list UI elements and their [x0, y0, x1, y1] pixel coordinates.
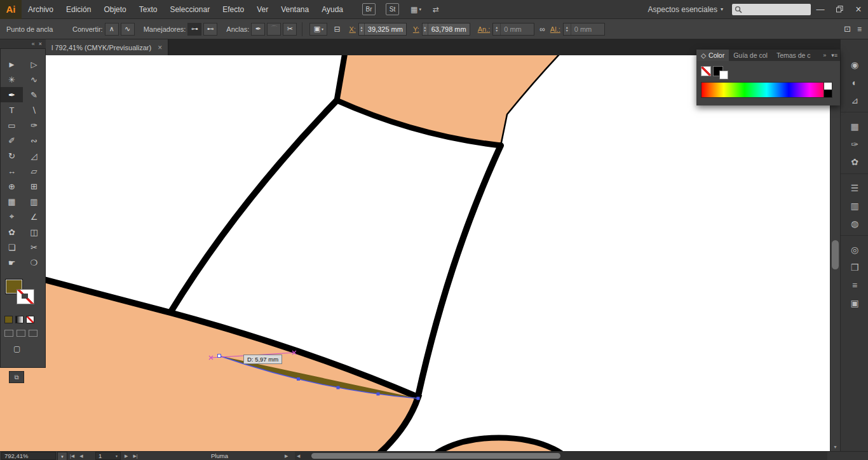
anchor-point[interactable]	[337, 386, 340, 389]
mesh-tool[interactable]: ▦	[1, 194, 23, 209]
lasso-tool[interactable]: ∿	[23, 72, 45, 87]
gradient-tool[interactable]: ▥	[23, 194, 45, 209]
none-swatch[interactable]	[701, 66, 711, 76]
document-tab[interactable]: l 792,41% (CMYK/Previsualizar) ×	[46, 39, 168, 55]
x-label[interactable]: X:	[349, 25, 355, 33]
connect-anchor-button[interactable]: ⌒	[267, 23, 281, 36]
type-tool[interactable]: T	[1, 102, 23, 118]
selection-tool[interactable]: ►	[1, 57, 23, 72]
menu-ver[interactable]: Ver	[250, 0, 275, 19]
draw-inside-button[interactable]	[29, 330, 37, 337]
eyedropper-tool[interactable]: ⌖	[1, 209, 23, 224]
transparency-panel-icon[interactable]: ◍	[841, 215, 868, 233]
cut-path-button[interactable]: ✂	[283, 23, 297, 36]
slice-tool[interactable]: ✂	[23, 240, 45, 255]
hand-tool[interactable]: ☛	[1, 255, 23, 270]
forearm-shape[interactable]	[0, 278, 418, 451]
hide-handles-button[interactable]: ⊷	[203, 23, 217, 36]
transform-panel-icon[interactable]: ⊡	[844, 24, 851, 34]
shaper-tool[interactable]: ∾	[23, 133, 45, 148]
color-spectrum-bar[interactable]	[701, 82, 832, 98]
anchor-point-end[interactable]	[417, 397, 420, 400]
last-artboard-icon[interactable]: ▶|	[133, 454, 137, 459]
bottom-shape[interactable]	[421, 438, 576, 451]
stepper-icon[interactable]: ▲▼	[423, 24, 428, 35]
workspace-switcher[interactable]: Aspectos esenciales ▾	[648, 5, 723, 14]
appearance-panel-icon[interactable]: ◎	[841, 241, 868, 259]
collapse-panel-icon[interactable]: «	[32, 41, 35, 47]
upper-arm-shape[interactable]	[337, 55, 568, 145]
stepper-icon[interactable]: ▲▼	[493, 24, 501, 35]
artboard-canvas[interactable]	[0, 55, 830, 451]
height-label[interactable]: Al.:	[550, 25, 560, 33]
stepper-icon[interactable]: ▲▼	[564, 24, 571, 35]
vertical-scroll-thumb[interactable]	[832, 240, 839, 269]
layers-panel-icon[interactable]: ≡	[841, 276, 868, 294]
zoom-dropdown-icon[interactable]: ▼	[57, 452, 67, 460]
horizontal-scroll-thumb[interactable]	[311, 453, 560, 459]
curvature-tool[interactable]: ✎	[23, 87, 45, 102]
menu-efecto[interactable]: Efecto	[216, 0, 250, 19]
horizontal-scrollbar[interactable]: ◀	[295, 452, 827, 460]
zoom-field[interactable]: 792,41%	[1, 452, 56, 460]
next-artboard-icon[interactable]: ▶	[125, 454, 128, 459]
panel-menu-icon[interactable]: ▾≡	[829, 52, 840, 58]
close-button[interactable]: ×	[849, 0, 868, 19]
menu-edicion[interactable]: Edición	[60, 0, 97, 19]
status-expand-icon[interactable]: ▶	[285, 452, 288, 460]
line-segment-tool[interactable]: ∖	[23, 102, 45, 118]
anchor-point-start[interactable]	[218, 355, 221, 358]
menu-objeto[interactable]: Objeto	[97, 0, 132, 19]
tab-color[interactable]: ◇ Color	[696, 50, 729, 61]
tab-color-themes[interactable]: Temas de c	[772, 50, 815, 61]
scale-tool[interactable]: ◿	[23, 148, 45, 163]
graphic-styles-panel-icon[interactable]: ❒	[841, 259, 868, 276]
sync-icon[interactable]: ⇄	[433, 5, 439, 14]
y-field[interactable]: ▲▼ 63,798 mm	[422, 23, 470, 36]
artboard-number-field[interactable]: 1 ▾	[95, 452, 121, 460]
panel-overflow-icon[interactable]: »	[820, 52, 829, 58]
edges-icon[interactable]: ⊟	[334, 25, 340, 34]
black-white-picker[interactable]	[824, 82, 832, 98]
libraries-panel-icon[interactable]: ◉	[841, 56, 868, 74]
scroll-left-icon[interactable]: ◀	[297, 454, 300, 459]
color-guide-panel-icon[interactable]: ⊿	[841, 91, 868, 109]
direct-selection-tool[interactable]: ▷	[23, 57, 45, 72]
stepper-icon[interactable]: ▲▼	[359, 24, 365, 35]
gradient-button[interactable]	[15, 316, 24, 323]
left-contour-stroke[interactable]	[170, 100, 337, 313]
remove-anchor-button[interactable]: ✒	[251, 23, 265, 36]
rotate-tool[interactable]: ↻	[1, 148, 23, 163]
scroll-down-icon[interactable]: ▼	[831, 443, 840, 451]
show-handles-button[interactable]: ⊶	[187, 23, 201, 36]
column-graph-tool[interactable]: ◫	[23, 224, 45, 240]
color-panel-icon[interactable]: ◐	[841, 74, 868, 91]
first-artboard-icon[interactable]: |◀	[70, 454, 74, 459]
height-field[interactable]: ▲▼ 0 mm	[563, 23, 605, 36]
current-tool-indicator[interactable]: Pluma	[211, 452, 228, 460]
align-options-button[interactable]: ▣▾	[309, 23, 327, 36]
prev-artboard-icon[interactable]: ◀	[79, 454, 83, 459]
stroke-panel-icon[interactable]: ☰	[841, 179, 868, 197]
draw-behind-button[interactable]	[17, 330, 25, 337]
zoom-tool[interactable]: ❍	[23, 255, 45, 270]
stroke-swatch[interactable]	[17, 289, 34, 304]
close-panel-icon[interactable]: ×	[39, 41, 42, 47]
y-label[interactable]: Y:	[413, 25, 419, 33]
brushes-panel-icon[interactable]: ✑	[841, 135, 868, 153]
width-tool[interactable]: ↔	[1, 163, 23, 179]
bridge-button[interactable]: Br	[362, 3, 376, 15]
menu-archivo[interactable]: Archivo	[22, 0, 60, 19]
width-field[interactable]: ▲▼ 0 mm	[492, 23, 534, 36]
rectangle-tool[interactable]: ▭	[1, 118, 23, 133]
menu-texto[interactable]: Texto	[133, 0, 164, 19]
artboard-tool[interactable]: ❏	[1, 240, 23, 255]
artboards-panel-icon[interactable]: ▣	[841, 294, 868, 312]
color-button[interactable]	[4, 316, 13, 323]
control-panel-menu-icon[interactable]: ≡	[857, 25, 862, 34]
width-label[interactable]: An.:	[478, 25, 491, 33]
toolbar-overflow-icon[interactable]: ⧉	[9, 371, 24, 383]
restore-button[interactable]	[830, 0, 849, 19]
screen-mode-button[interactable]: ▢	[1, 344, 45, 353]
convert-smooth-button[interactable]: ∿	[121, 23, 135, 36]
